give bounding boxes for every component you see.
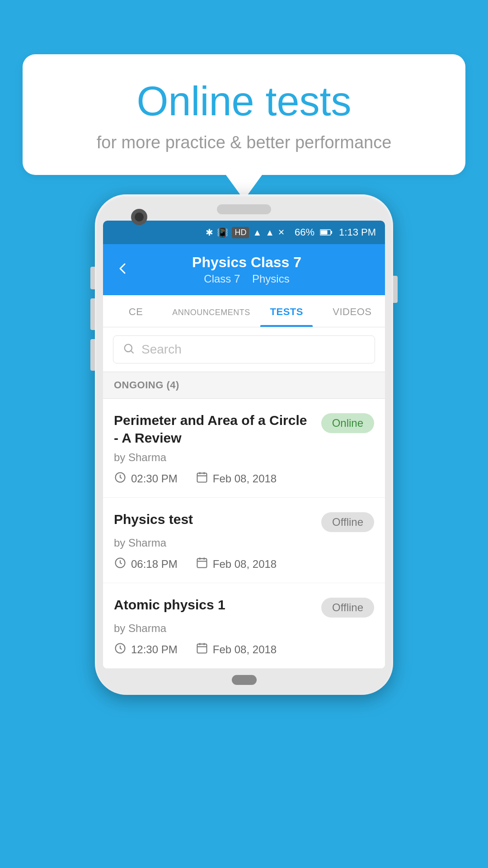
test-meta-3: 12:30 PM Feb 08, 2018 — [114, 642, 374, 657]
svg-rect-1 — [331, 231, 332, 234]
section-ongoing-label: ONGOING (4) — [114, 379, 179, 391]
test-date-1: Feb 08, 2018 — [196, 471, 277, 486]
phone-outer: ✱ 📳 HD ▲ ▲ ✕ 66% — [95, 194, 393, 695]
test-item-3-row1: Atomic physics 1 Offline — [114, 596, 374, 618]
app-header: Physics Class 7 Class 7 Physics — [103, 244, 385, 295]
test-item-2-row1: Physics test Offline — [114, 510, 374, 532]
test-name-3: Atomic physics 1 — [114, 596, 312, 613]
clock-icon-3 — [114, 642, 127, 657]
bubble-subtext: for more practice & better performance — [50, 133, 438, 152]
battery-icon — [320, 229, 333, 236]
speech-bubble: Online tests for more practice & better … — [23, 54, 465, 175]
test-item-2[interactable]: Physics test Offline by Sharma 06:18 PM — [103, 498, 385, 583]
svg-rect-16 — [197, 644, 206, 653]
phone-side-btn-left1 — [90, 267, 95, 289]
svg-line-4 — [131, 351, 133, 353]
test-name-1: Perimeter and Area of a Circle - A Revie… — [114, 411, 312, 447]
phone-speaker-top — [217, 204, 271, 214]
wifi-icon: ▲ — [253, 227, 262, 238]
phone-side-btn-left3 — [90, 339, 95, 371]
time-display: 1:13 PM — [339, 226, 376, 238]
phone-camera — [131, 209, 147, 225]
svg-rect-6 — [197, 473, 206, 482]
test-date-3: Feb 08, 2018 — [196, 642, 277, 657]
status-bar: ✱ 📳 HD ▲ ▲ ✕ 66% — [103, 221, 385, 244]
phone-side-btn-right — [393, 276, 398, 303]
test-item-1[interactable]: Perimeter and Area of a Circle - A Revie… — [103, 399, 385, 498]
test-badge-3: Offline — [321, 598, 374, 618]
calendar-icon-3 — [196, 642, 208, 657]
calendar-icon-1 — [196, 471, 208, 486]
tab-announcements[interactable]: ANNOUNCEMENTS — [169, 295, 254, 327]
test-by-1: by Sharma — [114, 451, 374, 464]
bluetooth-icon: ✱ — [206, 227, 213, 238]
svg-rect-11 — [197, 559, 206, 568]
tab-ce[interactable]: CE — [103, 295, 169, 327]
search-bar-wrapper: Search — [103, 327, 385, 372]
search-placeholder: Search — [141, 342, 182, 357]
test-badge-1: Online — [321, 413, 374, 433]
header-class: Class 7 — [204, 273, 240, 285]
back-button[interactable] — [116, 259, 130, 280]
test-item-1-row1: Perimeter and Area of a Circle - A Revie… — [114, 411, 374, 447]
signal-icon: ▲ — [265, 227, 274, 238]
clock-icon-2 — [114, 557, 127, 572]
search-icon — [122, 342, 135, 357]
speech-bubble-wrapper: Online tests for more practice & better … — [23, 54, 465, 200]
header-subtitle: Class 7 Physics — [139, 273, 354, 285]
test-by-3: by Sharma — [114, 622, 374, 635]
test-time-1: 02:30 PM — [114, 471, 178, 486]
header-title-block: Physics Class 7 Class 7 Physics — [139, 254, 354, 285]
test-time-2: 06:18 PM — [114, 557, 178, 572]
test-by-2: by Sharma — [114, 537, 374, 549]
battery-text: 66% — [295, 226, 314, 238]
svg-rect-2 — [321, 231, 328, 235]
phone-side-btn-left2 — [90, 298, 95, 330]
search-bar[interactable]: Search — [113, 335, 375, 363]
status-icons: ✱ 📳 HD ▲ ▲ ✕ — [206, 227, 285, 238]
test-date-2: Feb 08, 2018 — [196, 557, 277, 572]
x-icon: ✕ — [278, 227, 285, 237]
bubble-headline: Online tests — [50, 79, 438, 124]
phone: ✱ 📳 HD ▲ ▲ ✕ 66% — [95, 194, 393, 695]
vibrate-icon: 📳 — [217, 227, 228, 238]
calendar-icon-2 — [196, 557, 208, 572]
phone-screen: ✱ 📳 HD ▲ ▲ ✕ 66% — [103, 221, 385, 669]
test-item-3[interactable]: Atomic physics 1 Offline by Sharma 12:30… — [103, 583, 385, 669]
clock-icon-1 — [114, 471, 127, 486]
svg-point-3 — [125, 344, 132, 352]
test-badge-2: Offline — [321, 512, 374, 532]
header-title: Physics Class 7 — [139, 254, 354, 271]
tabs: CE ANNOUNCEMENTS TESTS VIDEOS — [103, 295, 385, 327]
header-subject: Physics — [252, 273, 290, 285]
tab-tests[interactable]: TESTS — [254, 295, 319, 327]
hd-badge: HD — [232, 227, 249, 238]
phone-home-button[interactable] — [232, 675, 257, 685]
phone-camera-inner — [135, 212, 144, 222]
test-meta-1: 02:30 PM Feb 08, 2018 — [114, 471, 374, 486]
section-ongoing-header: ONGOING (4) — [103, 372, 385, 399]
tab-videos[interactable]: VIDEOS — [319, 295, 385, 327]
test-meta-2: 06:18 PM Feb 08, 2018 — [114, 557, 374, 572]
test-time-3: 12:30 PM — [114, 642, 178, 657]
test-name-2: Physics test — [114, 510, 312, 528]
